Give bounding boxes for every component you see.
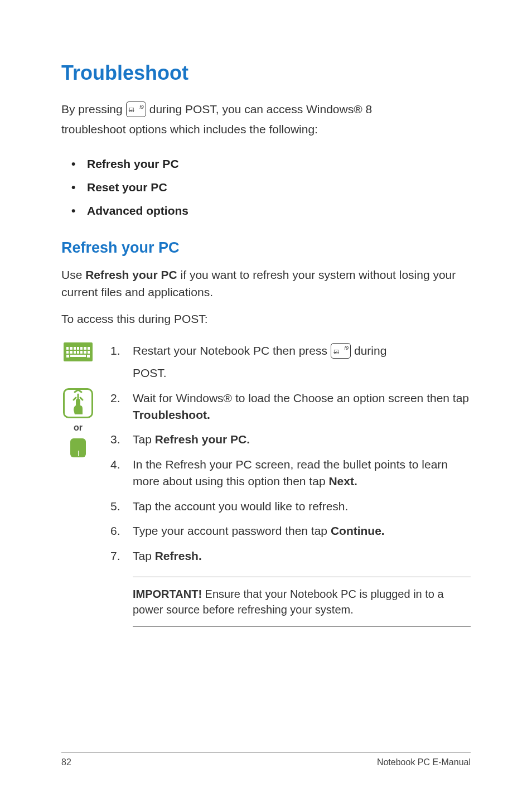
bullet-list: Refresh your PC Reset your PC Advanced o…: [71, 152, 471, 223]
intro-line1: By pressing ☑ f9 during POST, you can ac…: [61, 99, 471, 119]
bullet-item: Reset your PC: [71, 176, 471, 199]
step-item: 7. Tap Refresh.: [110, 548, 471, 564]
important-note: IMPORTANT! Ensure that your Notebook PC …: [133, 577, 471, 627]
footer-label: Notebook PC E-Manual: [377, 757, 471, 767]
intro-pre: By pressing: [61, 99, 123, 119]
page-title: Troubleshoot: [61, 61, 471, 85]
bullet-item: Advanced options: [71, 199, 471, 223]
section-paragraph: Use Refresh your PC if you want to refre…: [61, 267, 471, 301]
step-item: 6. Type your account password then tap C…: [110, 523, 471, 539]
section-heading: Refresh your PC: [61, 239, 471, 257]
intro-line2: troubleshoot options which includes the …: [61, 119, 471, 139]
icon-column: or: [61, 342, 95, 627]
or-label: or: [74, 423, 83, 433]
step-item: 3. Tap Refresh your PC.: [110, 431, 471, 448]
f9-key-icon: ☑ f9: [331, 343, 351, 359]
keyboard-icon: [64, 342, 93, 361]
section-paragraph-2: To access this during POST:: [61, 311, 471, 327]
touchscreen-icon: [63, 388, 93, 418]
step-item: 1. Restart your Notebook PC then press ☑…: [110, 342, 471, 382]
step-item: 4. In the Refresh your PC screen, read t…: [110, 456, 471, 490]
steps-list: 1. Restart your Notebook PC then press ☑…: [110, 342, 471, 627]
step-item: 2. Wait for Windows® to load the Choose …: [110, 390, 471, 424]
intro-post: during POST, you can access Windows® 8: [149, 99, 372, 119]
step-item: 5. Tap the account you would like to ref…: [110, 498, 471, 515]
bullet-item: Refresh your PC: [71, 152, 471, 176]
page-number: 82: [61, 757, 71, 767]
f9-key-icon: ☑ f9: [126, 102, 146, 117]
page-footer: 82 Notebook PC E-Manual: [61, 752, 471, 767]
touchpad-icon: [70, 438, 86, 457]
